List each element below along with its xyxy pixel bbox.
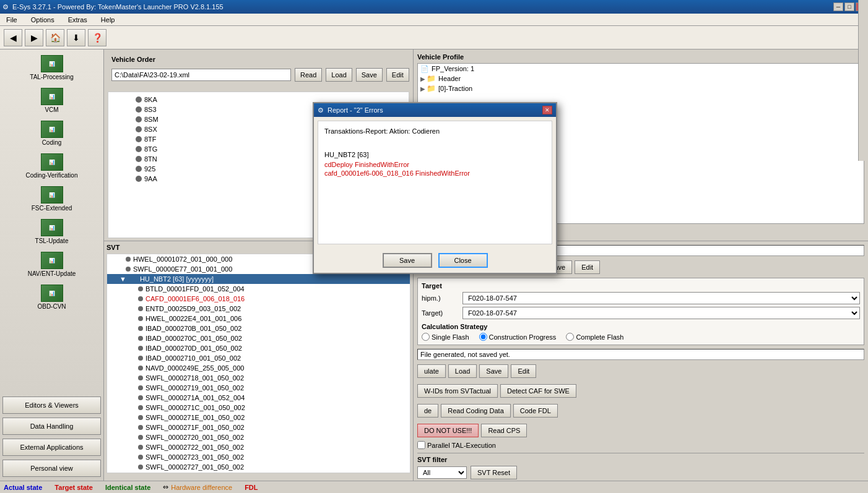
dialog-line-cafd: cafd_00001ef6-006_018_016 FinishedWithEr… xyxy=(324,169,545,177)
dialog-icon: ⚙ xyxy=(318,106,324,114)
dialog-line-hu-nbt2: HU_NBT2 [63] xyxy=(324,151,545,158)
dialog-line-cddeploy: cdDeploy FinishedWithError xyxy=(324,161,545,168)
dialog-save-button[interactable]: Save xyxy=(383,253,432,268)
dialog-header-text: Transaktions-Report: Aktion: Codieren xyxy=(324,127,545,135)
dialog-overlay: ⚙ Report - "2" Errors ✕ Transaktions-Rep… xyxy=(0,0,868,493)
dialog-footer: Save Close xyxy=(314,248,556,273)
report-dialog: ⚙ Report - "2" Errors ✕ Transaktions-Rep… xyxy=(313,102,557,274)
dialog-titlebar: ⚙ Report - "2" Errors ✕ xyxy=(314,103,556,117)
dialog-titlebar-left: ⚙ Report - "2" Errors xyxy=(318,106,383,114)
dialog-close-button[interactable]: ✕ xyxy=(542,106,552,114)
dialog-line-blank xyxy=(324,141,545,148)
dialog-close-action-button[interactable]: Close xyxy=(438,253,488,268)
dialog-title: Report - "2" Errors xyxy=(328,106,383,114)
dialog-content: Transaktions-Report: Aktion: Codieren HU… xyxy=(318,121,552,244)
